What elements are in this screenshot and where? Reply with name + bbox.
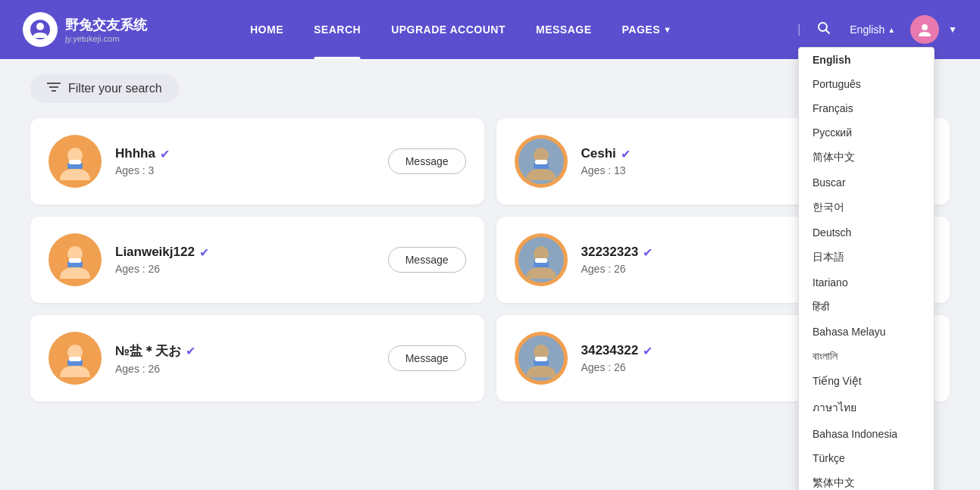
user-info-0: Hhhha ✔ Ages : 3 bbox=[115, 146, 374, 176]
lang-option-english[interactable]: English bbox=[799, 48, 934, 72]
nav-upgrade[interactable]: UPGRADE ACCOUNT bbox=[376, 0, 521, 59]
user-avatar-4 bbox=[49, 332, 102, 385]
user-card-0: Hhhha ✔ Ages : 3 Message bbox=[30, 118, 484, 204]
lang-option-simplified-chinese[interactable]: 简体中文 bbox=[799, 145, 934, 170]
svg-rect-27 bbox=[69, 357, 81, 361]
lang-option-japanese[interactable]: 日本語 bbox=[799, 245, 934, 270]
lang-option-hindi[interactable]: हिंडी bbox=[799, 295, 934, 320]
verified-icon-4: ✔ bbox=[186, 344, 196, 358]
filter-button[interactable]: Filter your search bbox=[30, 74, 179, 103]
lang-option-turkish[interactable]: Türkçe bbox=[799, 446, 934, 470]
nav-pages[interactable]: PAGES ▼ bbox=[607, 0, 687, 59]
user-name-4: №盐＊天お bbox=[115, 342, 181, 360]
svg-rect-31 bbox=[535, 357, 547, 361]
svg-line-3 bbox=[826, 30, 830, 33]
header: 野兔交友系统 jy.yetukeji.com HOME SEARCH UPGRA… bbox=[0, 0, 980, 59]
verified-icon-3: ✔ bbox=[643, 245, 653, 260]
user-age-4: Ages : 26 bbox=[115, 363, 374, 375]
verified-icon-0: ✔ bbox=[160, 147, 170, 161]
user-age-0: Ages : 3 bbox=[115, 164, 374, 176]
main-nav: HOME SEARCH UPGRADE ACCOUNT MESSAGE PAGE… bbox=[235, 0, 794, 59]
lang-option-korean[interactable]: 한국어 bbox=[799, 195, 934, 220]
user-card-4: №盐＊天お ✔ Ages : 26 Message bbox=[30, 315, 484, 401]
lang-option-indonesian[interactable]: Bahasa Indonesia bbox=[799, 422, 934, 446]
user-name-3: 32232323 bbox=[581, 245, 639, 260]
verified-icon-5: ✔ bbox=[643, 344, 653, 358]
filter-icon bbox=[47, 82, 61, 95]
svg-rect-19 bbox=[69, 258, 81, 263]
message-button-0[interactable]: Message bbox=[388, 148, 466, 174]
user-info-2: Lianweikj122 ✔ Ages : 26 bbox=[115, 245, 374, 275]
lang-option-bengali[interactable]: বাংলালি bbox=[799, 344, 934, 369]
user-avatar-3 bbox=[515, 233, 568, 286]
language-selector[interactable]: English ▲ bbox=[844, 20, 901, 39]
verified-icon-1: ✔ bbox=[621, 147, 631, 161]
verified-icon-2: ✔ bbox=[199, 245, 209, 260]
user-avatar[interactable] bbox=[910, 15, 939, 44]
user-name-row-2: Lianweikj122 ✔ bbox=[115, 245, 374, 260]
user-avatar-0 bbox=[49, 135, 102, 188]
nav-home[interactable]: HOME bbox=[235, 0, 299, 59]
lang-option-german[interactable]: Deutsch bbox=[799, 220, 934, 245]
lang-option-russian[interactable]: Русский bbox=[799, 120, 934, 145]
lang-option-italian[interactable]: Itariano bbox=[799, 270, 934, 295]
lang-caret: ▲ bbox=[888, 26, 895, 34]
logo-text: 野兔交友系统 jy.yetukeji.com bbox=[65, 16, 147, 43]
svg-point-4 bbox=[922, 24, 928, 30]
logo-subtitle: jy.yetukeji.com bbox=[65, 34, 147, 43]
user-name-row-4: №盐＊天お ✔ bbox=[115, 342, 374, 360]
svg-rect-23 bbox=[535, 258, 547, 263]
logo-title: 野兔交友系统 bbox=[65, 16, 147, 34]
pages-dropdown-caret: ▼ bbox=[663, 25, 672, 34]
user-info-4: №盐＊天お ✔ Ages : 26 bbox=[115, 342, 374, 375]
current-language: English bbox=[850, 23, 885, 36]
user-avatar-1 bbox=[515, 135, 568, 188]
lang-option-buscar[interactable]: Buscar bbox=[799, 170, 934, 195]
svg-point-1 bbox=[36, 23, 44, 30]
lang-option-traditional-chinese[interactable]: 繁体中文 bbox=[799, 470, 934, 490]
logo-icon bbox=[23, 12, 58, 47]
lang-option-french[interactable]: Français bbox=[799, 96, 934, 120]
nav-divider: | bbox=[797, 23, 800, 36]
message-button-4[interactable]: Message bbox=[388, 345, 466, 371]
lang-option-thai[interactable]: ภาษาไทย bbox=[799, 393, 934, 422]
user-name-1: Ceshi bbox=[581, 146, 616, 161]
nav-message[interactable]: MESSAGE bbox=[521, 0, 607, 59]
lang-option-malay[interactable]: Bahasa Melayu bbox=[799, 320, 934, 344]
user-name-5: 34234322 bbox=[581, 343, 639, 358]
search-button[interactable] bbox=[813, 17, 834, 42]
svg-rect-15 bbox=[535, 160, 547, 164]
user-age-2: Ages : 26 bbox=[115, 263, 374, 275]
user-avatar-2 bbox=[49, 233, 102, 286]
filter-label: Filter your search bbox=[68, 82, 162, 95]
user-name-0: Hhhha bbox=[115, 146, 155, 161]
nav-search[interactable]: SEARCH bbox=[299, 0, 376, 59]
user-card-2: Lianweikj122 ✔ Ages : 26 Message bbox=[30, 217, 484, 303]
language-dropdown: English Português Français Русский 简体中文 … bbox=[798, 47, 935, 490]
svg-rect-11 bbox=[69, 160, 81, 164]
message-button-2[interactable]: Message bbox=[388, 247, 466, 273]
user-name-2: Lianweikj122 bbox=[115, 245, 195, 260]
logo: 野兔交友系统 jy.yetukeji.com bbox=[23, 12, 174, 47]
lang-option-vietnamese[interactable]: Tiếng Việt bbox=[799, 369, 934, 393]
user-avatar-5 bbox=[515, 332, 568, 385]
lang-option-portuguese[interactable]: Português bbox=[799, 72, 934, 96]
user-name-row-0: Hhhha ✔ bbox=[115, 146, 374, 161]
user-menu-caret[interactable]: ▼ bbox=[948, 24, 957, 35]
header-right: | English ▲ ▼ bbox=[794, 15, 957, 44]
